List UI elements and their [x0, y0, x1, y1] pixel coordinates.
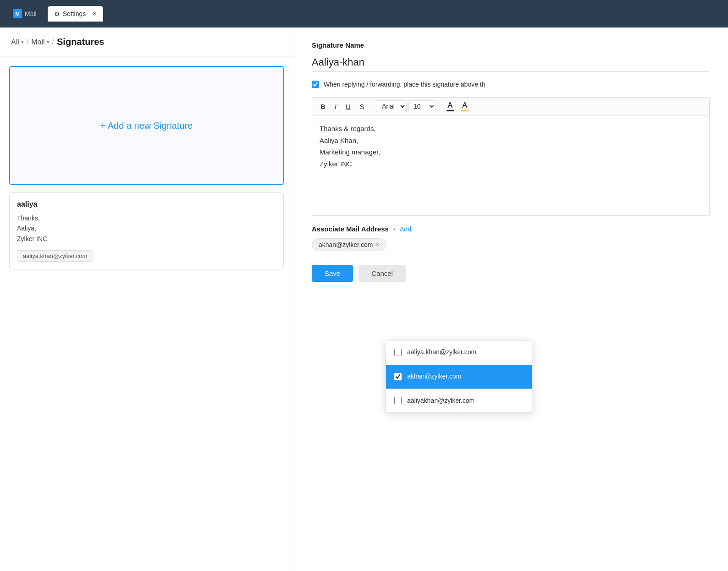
dropdown-email-3: aaliyakhan@zylker.com	[407, 395, 474, 406]
dropdown-item-1[interactable]: aaliya.khan@zylker.com	[386, 340, 532, 364]
breadcrumb-signatures-label: Signatures	[57, 37, 104, 47]
right-panel: Signature Name When replying / forwardin…	[293, 27, 728, 571]
signature-card-aaliya[interactable]: aaliya Thanks, Aaliya, Zylker INC aaliya…	[9, 192, 284, 269]
dropdown-item-3[interactable]: aaliyakhan@zylker.com	[386, 389, 532, 413]
editor-toolbar: B I U S Arial 10 A A	[312, 97, 710, 115]
mail-tab[interactable]: M Mail	[7, 5, 42, 22]
add-signature-label: + Add a new Signature	[100, 121, 193, 131]
dropdown-arrow	[454, 412, 463, 413]
reply-checkbox[interactable]	[312, 81, 319, 88]
left-panel: All ▾ / Mail ▾ / Signatures + Add a new …	[0, 27, 293, 571]
associate-label: Associate Mail Address · Add	[312, 225, 710, 233]
toolbar-separator-2	[440, 102, 440, 111]
font-family-select[interactable]: Arial	[376, 100, 407, 112]
settings-tab[interactable]: ⚙ Settings ×	[48, 6, 103, 22]
reply-checkbox-row: When replying / forwarding, place this s…	[312, 81, 710, 88]
dropdown-checkbox-2[interactable]	[394, 373, 402, 380]
email-dropdown: aaliya.khan@zylker.com akhan@zylker.com …	[386, 340, 532, 413]
mail-chevron-icon: ▾	[47, 39, 50, 45]
dropdown-email-2: akhan@zylker.com	[407, 371, 461, 382]
underline-button[interactable]: U	[342, 101, 354, 112]
action-buttons: Save Cancel	[312, 265, 710, 282]
associate-label-text: Associate Mail Address	[312, 225, 389, 233]
font-color-button[interactable]: A	[444, 100, 457, 112]
reply-checkbox-label: When replying / forwarding, place this s…	[324, 81, 485, 88]
breadcrumb: All ▾ / Mail ▾ / Signatures	[0, 27, 293, 57]
editor-line2: Aaliya Khan,	[320, 135, 702, 147]
editor-line3: Marketing manager,	[320, 146, 702, 158]
editor-line1: Thanks & regards,	[320, 123, 702, 135]
editor-line4: Zylker INC	[320, 158, 702, 170]
highlight-color-bar	[461, 110, 469, 111]
signature-name-label: Signature Name	[312, 41, 710, 49]
add-signature-card[interactable]: + Add a new Signature	[9, 66, 284, 185]
mail-tab-label: Mail	[25, 10, 37, 17]
dropdown-item-2[interactable]: akhan@zylker.com	[386, 365, 532, 389]
sig-body-line3: Zylker INC	[17, 234, 276, 244]
editor-body[interactable]: Thanks & regards, Aaliya Khan, Marketing…	[312, 115, 710, 216]
toolbar-separator-1	[372, 102, 372, 111]
all-chevron-icon: ▾	[21, 39, 24, 45]
sig-card-name: aaliya	[17, 200, 276, 209]
dropdown-checkbox-3[interactable]	[394, 397, 402, 404]
breadcrumb-sep-1: /	[27, 38, 28, 46]
strikethrough-button[interactable]: S	[356, 101, 368, 112]
highlight-color-button[interactable]: A	[458, 100, 471, 112]
font-size-select[interactable]: 10	[408, 100, 436, 112]
dropdown-checkbox-1[interactable]	[394, 349, 402, 356]
email-tag-text: akhan@zylker.com	[319, 241, 373, 248]
breadcrumb-mail-label: Mail	[31, 38, 44, 46]
signature-list: + Add a new Signature aaliya Thanks, Aal…	[0, 57, 293, 279]
sig-card-body: Thanks, Aaliya, Zylker INC	[17, 213, 276, 244]
signature-name-input[interactable]	[312, 54, 710, 71]
titlebar: M Mail ⚙ Settings ×	[0, 0, 728, 27]
sig-body-line2: Aaliya,	[17, 223, 276, 233]
italic-button[interactable]: I	[331, 101, 340, 112]
assoc-sep: ·	[393, 225, 395, 233]
main-container: All ▾ / Mail ▾ / Signatures + Add a new …	[0, 27, 728, 571]
bold-button[interactable]: B	[317, 101, 329, 112]
breadcrumb-all[interactable]: All ▾	[11, 38, 24, 46]
gear-icon: ⚙	[54, 10, 60, 17]
highlight-letter: A	[463, 101, 468, 110]
email-tag-close-icon[interactable]: ×	[375, 241, 379, 248]
font-color-bar	[447, 110, 454, 111]
add-email-link[interactable]: Add	[400, 225, 411, 233]
settings-tab-label: Settings	[63, 10, 86, 17]
dropdown-email-1: aaliya.khan@zylker.com	[407, 347, 476, 358]
sig-body-line1: Thanks,	[17, 213, 276, 223]
breadcrumb-mail[interactable]: Mail ▾	[31, 38, 49, 46]
sig-card-email: aaliya.khan@zylker.com	[17, 250, 93, 262]
cancel-button[interactable]: Cancel	[358, 265, 406, 282]
mail-icon: M	[13, 9, 22, 18]
close-tab-icon[interactable]: ×	[92, 10, 96, 18]
breadcrumb-signatures: Signatures	[57, 37, 104, 47]
font-color-letter: A	[448, 101, 453, 110]
breadcrumb-sep-2: /	[52, 38, 54, 46]
save-button[interactable]: Save	[312, 265, 353, 282]
breadcrumb-all-label: All	[11, 38, 19, 46]
email-tag: akhan@zylker.com ×	[312, 238, 386, 251]
